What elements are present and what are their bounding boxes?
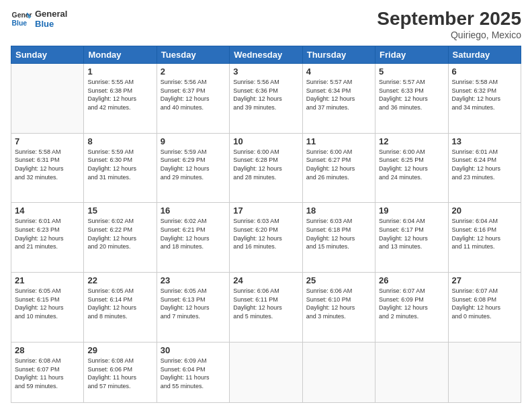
day-number: 27 <box>452 275 517 285</box>
day-number: 21 <box>15 275 80 285</box>
page-header: General Blue General Blue September 2025… <box>11 8 521 40</box>
calendar-cell: 20Sunrise: 6:04 AM Sunset: 6:16 PM Dayli… <box>448 203 521 273</box>
calendar-cell: 16Sunrise: 6:02 AM Sunset: 6:21 PM Dayli… <box>157 203 229 273</box>
day-info: Sunrise: 6:07 AM Sunset: 6:09 PM Dayligh… <box>379 287 444 320</box>
calendar-cell: 9Sunrise: 5:59 AM Sunset: 6:29 PM Daylig… <box>157 133 229 203</box>
calendar-cell: 12Sunrise: 6:00 AM Sunset: 6:25 PM Dayli… <box>375 133 448 203</box>
day-number: 23 <box>161 275 226 285</box>
calendar-cell: 14Sunrise: 6:01 AM Sunset: 6:23 PM Dayli… <box>11 203 84 273</box>
logo: General Blue General Blue <box>11 8 67 30</box>
calendar-table: SundayMondayTuesdayWednesdayThursdayFrid… <box>11 46 521 403</box>
day-number: 8 <box>87 136 152 146</box>
day-info: Sunrise: 6:03 AM Sunset: 6:18 PM Dayligh… <box>306 217 371 250</box>
logo-icon: General Blue <box>11 8 32 30</box>
calendar-cell <box>230 342 302 402</box>
day-info: Sunrise: 6:02 AM Sunset: 6:21 PM Dayligh… <box>161 217 226 250</box>
month-title: September 2025 <box>377 8 521 30</box>
calendar-cell: 6Sunrise: 5:58 AM Sunset: 6:32 PM Daylig… <box>448 64 521 134</box>
day-info: Sunrise: 6:05 AM Sunset: 6:15 PM Dayligh… <box>15 287 80 320</box>
calendar-cell <box>375 342 448 402</box>
day-info: Sunrise: 6:01 AM Sunset: 6:24 PM Dayligh… <box>452 148 517 181</box>
weekday-header: Monday <box>84 46 157 64</box>
day-info: Sunrise: 6:01 AM Sunset: 6:23 PM Dayligh… <box>15 217 80 250</box>
location-subtitle: Quiriego, Mexico <box>377 30 521 40</box>
day-info: Sunrise: 6:09 AM Sunset: 6:04 PM Dayligh… <box>161 357 226 390</box>
day-number: 19 <box>379 205 444 216</box>
day-number: 7 <box>15 136 80 146</box>
calendar-cell: 24Sunrise: 6:06 AM Sunset: 6:11 PM Dayli… <box>230 273 302 342</box>
logo-line1: General <box>35 9 67 19</box>
calendar-cell: 10Sunrise: 6:00 AM Sunset: 6:28 PM Dayli… <box>230 133 302 203</box>
day-info: Sunrise: 5:56 AM Sunset: 6:36 PM Dayligh… <box>233 78 298 111</box>
day-number: 30 <box>161 345 226 355</box>
calendar-cell: 19Sunrise: 6:04 AM Sunset: 6:17 PM Dayli… <box>375 203 448 273</box>
calendar-cell: 28Sunrise: 6:08 AM Sunset: 6:07 PM Dayli… <box>11 342 84 402</box>
calendar-cell: 15Sunrise: 6:02 AM Sunset: 6:22 PM Dayli… <box>84 203 157 273</box>
day-number: 12 <box>379 136 444 146</box>
calendar-cell: 26Sunrise: 6:07 AM Sunset: 6:09 PM Dayli… <box>375 273 448 342</box>
day-info: Sunrise: 5:59 AM Sunset: 6:29 PM Dayligh… <box>161 148 226 181</box>
day-number: 2 <box>161 66 226 77</box>
day-number: 16 <box>161 205 226 216</box>
calendar-cell: 7Sunrise: 5:58 AM Sunset: 6:31 PM Daylig… <box>11 133 84 203</box>
day-number: 25 <box>306 275 371 285</box>
weekday-header: Sunday <box>11 46 84 64</box>
day-info: Sunrise: 6:00 AM Sunset: 6:27 PM Dayligh… <box>306 148 371 181</box>
day-info: Sunrise: 6:07 AM Sunset: 6:08 PM Dayligh… <box>452 287 517 320</box>
calendar-cell: 3Sunrise: 5:56 AM Sunset: 6:36 PM Daylig… <box>230 64 302 134</box>
calendar-cell <box>302 342 375 402</box>
calendar-cell <box>448 342 521 402</box>
calendar-header-row: SundayMondayTuesdayWednesdayThursdayFrid… <box>11 46 521 64</box>
day-number: 29 <box>87 345 152 355</box>
day-info: Sunrise: 6:05 AM Sunset: 6:13 PM Dayligh… <box>161 287 226 320</box>
day-info: Sunrise: 6:00 AM Sunset: 6:28 PM Dayligh… <box>233 148 298 181</box>
calendar-cell: 27Sunrise: 6:07 AM Sunset: 6:08 PM Dayli… <box>448 273 521 342</box>
calendar-cell: 30Sunrise: 6:09 AM Sunset: 6:04 PM Dayli… <box>157 342 229 402</box>
day-info: Sunrise: 5:58 AM Sunset: 6:31 PM Dayligh… <box>15 148 80 181</box>
calendar-cell: 18Sunrise: 6:03 AM Sunset: 6:18 PM Dayli… <box>302 203 375 273</box>
calendar-cell: 4Sunrise: 5:57 AM Sunset: 6:34 PM Daylig… <box>302 64 375 134</box>
day-number: 5 <box>379 66 444 77</box>
day-number: 14 <box>15 205 80 216</box>
day-info: Sunrise: 6:08 AM Sunset: 6:07 PM Dayligh… <box>15 357 80 390</box>
day-info: Sunrise: 5:56 AM Sunset: 6:37 PM Dayligh… <box>161 78 226 111</box>
day-info: Sunrise: 5:57 AM Sunset: 6:33 PM Dayligh… <box>379 78 444 111</box>
calendar-cell: 17Sunrise: 6:03 AM Sunset: 6:20 PM Dayli… <box>230 203 302 273</box>
day-info: Sunrise: 6:00 AM Sunset: 6:25 PM Dayligh… <box>379 148 444 181</box>
day-info: Sunrise: 6:04 AM Sunset: 6:17 PM Dayligh… <box>379 217 444 250</box>
logo-line2: Blue <box>35 19 67 29</box>
day-info: Sunrise: 6:03 AM Sunset: 6:20 PM Dayligh… <box>233 217 298 250</box>
day-number: 11 <box>306 136 371 146</box>
calendar-cell <box>11 64 84 134</box>
day-number: 3 <box>233 66 298 77</box>
weekday-header: Saturday <box>448 46 521 64</box>
day-info: Sunrise: 5:55 AM Sunset: 6:38 PM Dayligh… <box>87 78 152 111</box>
svg-text:Blue: Blue <box>12 19 28 27</box>
day-number: 4 <box>306 66 371 77</box>
day-number: 9 <box>161 136 226 146</box>
title-area: September 2025 Quiriego, Mexico <box>377 8 521 40</box>
day-info: Sunrise: 6:06 AM Sunset: 6:11 PM Dayligh… <box>233 287 298 320</box>
day-number: 28 <box>15 345 80 355</box>
day-number: 24 <box>233 275 298 285</box>
day-number: 17 <box>233 205 298 216</box>
calendar-cell: 8Sunrise: 5:59 AM Sunset: 6:30 PM Daylig… <box>84 133 157 203</box>
day-info: Sunrise: 6:05 AM Sunset: 6:14 PM Dayligh… <box>87 287 152 320</box>
day-number: 18 <box>306 205 371 216</box>
day-info: Sunrise: 5:59 AM Sunset: 6:30 PM Dayligh… <box>87 148 152 181</box>
day-number: 6 <box>452 66 517 77</box>
calendar-cell: 29Sunrise: 6:08 AM Sunset: 6:06 PM Dayli… <box>84 342 157 402</box>
weekday-header: Wednesday <box>230 46 302 64</box>
day-number: 20 <box>452 205 517 216</box>
day-number: 15 <box>87 205 152 216</box>
calendar-cell: 5Sunrise: 5:57 AM Sunset: 6:33 PM Daylig… <box>375 64 448 134</box>
day-number: 26 <box>379 275 444 285</box>
calendar-cell: 11Sunrise: 6:00 AM Sunset: 6:27 PM Dayli… <box>302 133 375 203</box>
calendar-cell: 21Sunrise: 6:05 AM Sunset: 6:15 PM Dayli… <box>11 273 84 342</box>
day-info: Sunrise: 6:06 AM Sunset: 6:10 PM Dayligh… <box>306 287 371 320</box>
day-info: Sunrise: 5:57 AM Sunset: 6:34 PM Dayligh… <box>306 78 371 111</box>
calendar-cell: 23Sunrise: 6:05 AM Sunset: 6:13 PM Dayli… <box>157 273 229 342</box>
day-info: Sunrise: 6:08 AM Sunset: 6:06 PM Dayligh… <box>87 357 152 390</box>
calendar-cell: 22Sunrise: 6:05 AM Sunset: 6:14 PM Dayli… <box>84 273 157 342</box>
calendar-cell: 13Sunrise: 6:01 AM Sunset: 6:24 PM Dayli… <box>448 133 521 203</box>
